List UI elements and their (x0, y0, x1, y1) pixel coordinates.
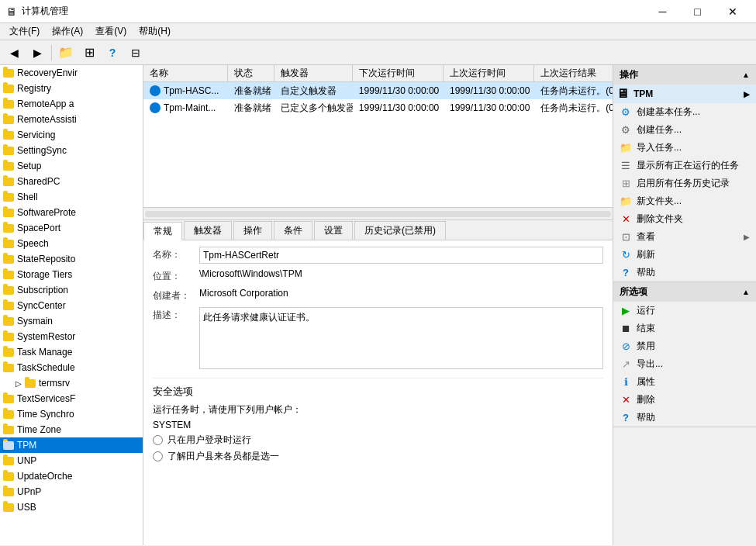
sidebar-item-systemrestor[interactable]: SystemRestor (0, 329, 143, 344)
close-button[interactable]: ✕ (715, 0, 750, 23)
refresh-icon: ↻ (620, 249, 632, 261)
right-action-disable[interactable]: ⊘ 禁用 (613, 337, 756, 355)
collapse-icon-2[interactable]: ▲ (742, 288, 750, 296)
radio-nopassword[interactable] (153, 451, 163, 461)
col-last-run[interactable]: 上次运行时间 (444, 65, 534, 81)
right-action-refresh[interactable]: ↻ 刷新 (613, 246, 756, 264)
right-action-create-task[interactable]: ⚙ 创建任务... (613, 121, 756, 139)
menu-file[interactable]: 文件(F) (3, 23, 46, 40)
col-result[interactable]: 上次运行结果 (534, 65, 613, 81)
task-list: 名称 状态 触发器 下次运行时间 上次运行时间 上次运行结果 Tpm-HASC.… (143, 65, 613, 220)
name-label: 名称： (153, 247, 199, 261)
grid-button[interactable]: ⊞ (78, 43, 100, 63)
collapse-icon[interactable]: ▲ (742, 71, 750, 79)
import-label: 导入任务... (637, 141, 682, 154)
sidebar-item-storagetiers[interactable]: Storage Tiers (0, 267, 143, 282)
sidebar-item-termsrv[interactable]: ▷ termsrv (0, 375, 143, 391)
content-area: 名称 状态 触发器 下次运行时间 上次运行时间 上次运行结果 Tpm-HASC.… (143, 65, 613, 545)
sidebar: RecoveryEnvir Registry RemoteApp a Remot… (0, 65, 143, 545)
desc-textarea[interactable]: 此任务请求健康认证证书。 (199, 307, 603, 369)
col-trigger[interactable]: 触发器 (274, 65, 353, 81)
right-action-delete-folder[interactable]: ✕ 删除文件夹 (613, 210, 756, 228)
sidebar-item-sysmain[interactable]: Sysmain (0, 313, 143, 329)
sidebar-item-spaceport[interactable]: SpacePort (0, 220, 143, 236)
sidebar-item-remoteassisti[interactable]: RemoteAssisti (0, 112, 143, 127)
radio-login[interactable] (153, 435, 163, 445)
forward-button[interactable]: ▶ (26, 43, 48, 63)
right-action-import[interactable]: 📁 导入任务... (613, 139, 756, 157)
minimize-button[interactable]: ─ (645, 0, 680, 23)
right-action-tpm-header[interactable]: 🖥 TPM ▶ (613, 85, 756, 103)
snap-button[interactable]: ⊟ (125, 43, 147, 63)
right-action-view[interactable]: ⊡ 查看 ▶ (613, 228, 756, 246)
folder-icon (3, 162, 14, 171)
right-action-create-basic[interactable]: ⚙ 创建基本任务... (613, 103, 756, 121)
sidebar-item-subscription[interactable]: Subscription (0, 282, 143, 298)
tab-actions[interactable]: 操作 (233, 221, 272, 240)
folder-icon (3, 488, 14, 496)
right-action-show-running[interactable]: ☰ 显示所有正在运行的任务 (613, 157, 756, 175)
sidebar-item-recoveryenvir[interactable]: RecoveryEnvir (0, 65, 143, 81)
sidebar-item-sharedpc[interactable]: SharedPC (0, 174, 143, 189)
right-action-run[interactable]: ▶ 运行 (613, 302, 756, 320)
col-name[interactable]: 名称 (143, 65, 228, 81)
menu-view[interactable]: 查看(V) (89, 23, 133, 40)
view-label: 查看 (637, 230, 655, 244)
tab-conditions[interactable]: 条件 (274, 221, 312, 240)
sidebar-item-upnp[interactable]: UPnP (0, 484, 143, 499)
right-action-end[interactable]: ⏹ 结束 (613, 320, 756, 337)
right-action-delete[interactable]: ✕ 删除 (613, 391, 756, 409)
right-action-properties[interactable]: ℹ 属性 (613, 373, 756, 391)
sidebar-item-softwareprot[interactable]: SoftwareProte (0, 205, 143, 220)
sidebar-item-textservices[interactable]: TextServicesF (0, 391, 143, 406)
detail-location-row: 位置： \Microsoft\Windows\TPM (153, 268, 603, 283)
refresh-label: 刷新 (637, 248, 655, 261)
name-input[interactable] (199, 247, 603, 264)
tab-triggers[interactable]: 触发器 (184, 221, 232, 240)
right-action-new-folder[interactable]: 📁 新文件夹... (613, 192, 756, 210)
table-row[interactable]: Tpm-HASC... 准备就绪 自定义触发器 1999/11/30 0:00:… (143, 82, 613, 99)
right-action-help2[interactable]: ? 帮助 (613, 409, 756, 427)
help-toolbar-button[interactable]: ? (102, 43, 123, 63)
sidebar-item-remoteapp[interactable]: RemoteApp a (0, 96, 143, 112)
back-button[interactable]: ◀ (3, 43, 25, 63)
sidebar-item-taskschedule[interactable]: TaskSchedule (0, 360, 143, 375)
table-row[interactable]: Tpm-Maint... 准备就绪 已定义多个触发器 1999/11/30 0:… (143, 99, 613, 116)
col-next-run[interactable]: 下次运行时间 (353, 65, 444, 81)
sidebar-item-timesynchro[interactable]: Time Synchro (0, 406, 143, 422)
sidebar-item-servicing[interactable]: Servicing (0, 127, 143, 143)
enable-history-icon: ⊞ (620, 178, 632, 190)
sidebar-item-shell[interactable]: Shell (0, 189, 143, 205)
right-action-enable-history[interactable]: ⊞ 启用所有任务历史记录 (613, 175, 756, 192)
help-icon: ? (620, 267, 632, 279)
maximize-button[interactable]: □ (680, 0, 715, 23)
sidebar-item-synccenter[interactable]: SyncCenter (0, 298, 143, 313)
task-list-scrollbar[interactable] (143, 207, 613, 219)
col-status[interactable]: 状态 (228, 65, 274, 81)
right-action-help[interactable]: ? 帮助 (613, 264, 756, 282)
tab-general[interactable]: 常规 (143, 222, 182, 240)
right-action-export[interactable]: ↗ 导出... (613, 355, 756, 373)
sidebar-item-unp[interactable]: UNP (0, 453, 143, 468)
sidebar-item-updateorche[interactable]: UpdateOrche (0, 468, 143, 484)
security-title: 安全选项 (153, 385, 603, 399)
sidebar-item-speech[interactable]: Speech (0, 236, 143, 251)
sidebar-label-systemrestor: SystemRestor (17, 331, 75, 342)
sidebar-item-setup[interactable]: Setup (0, 158, 143, 174)
folder-icon (3, 131, 14, 140)
tab-history[interactable]: 历史记录(已禁用) (354, 221, 446, 240)
folder-icon (3, 426, 14, 434)
sidebar-item-staterepositо[interactable]: StateReposito (0, 251, 143, 267)
sidebar-item-usb[interactable]: USB (0, 499, 143, 515)
sidebar-item-settingsync[interactable]: SettingSync (0, 143, 143, 158)
sidebar-item-taskmanage[interactable]: Task Manage (0, 344, 143, 360)
sidebar-item-tpm[interactable]: TPM (0, 437, 143, 453)
menu-action[interactable]: 操作(A) (46, 23, 89, 40)
sidebar-item-registry[interactable]: Registry (0, 81, 143, 96)
folder-icon (3, 302, 14, 310)
sidebar-item-timezone[interactable]: Time Zone (0, 422, 143, 437)
tab-settings[interactable]: 设置 (314, 221, 353, 240)
menu-help[interactable]: 帮助(H) (133, 23, 177, 40)
folder-button[interactable]: 📁 (55, 43, 77, 63)
sidebar-label-sysmain: Sysmain (17, 316, 53, 327)
